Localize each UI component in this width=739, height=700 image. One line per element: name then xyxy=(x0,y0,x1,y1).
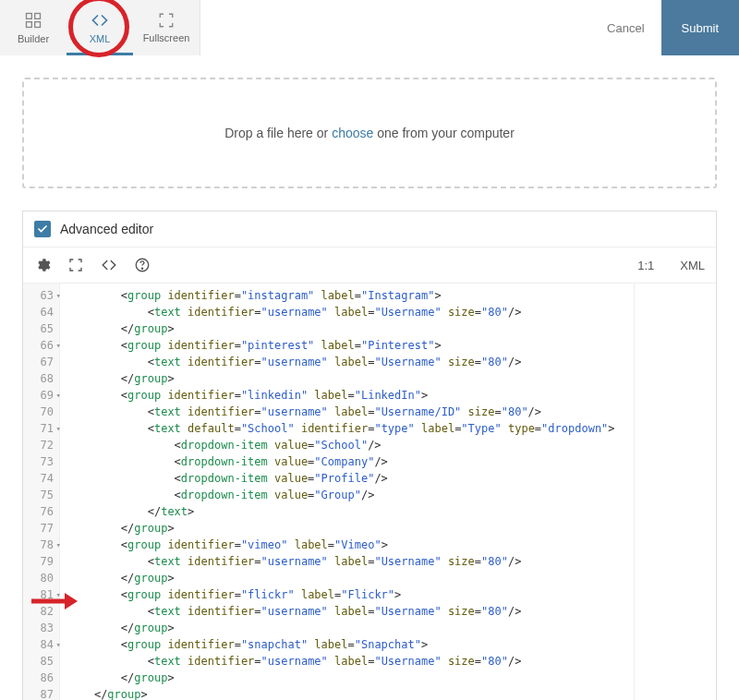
fold-toggle[interactable]: ▾ xyxy=(56,639,61,652)
code-editor[interactable]: 63▾646566▾676869▾7071▾72737475767778▾798… xyxy=(23,284,716,700)
code-line[interactable]: <text identifier="username" label="Usern… xyxy=(67,603,626,620)
line-number: 80 xyxy=(29,570,54,586)
fold-toggle[interactable]: ▾ xyxy=(56,423,61,436)
code-icon xyxy=(101,257,117,273)
advanced-editor-checkbox[interactable] xyxy=(34,221,51,237)
settings-button[interactable] xyxy=(34,257,51,273)
code-line[interactable]: </group> xyxy=(67,320,626,337)
line-number: 76 xyxy=(29,503,54,520)
advanced-editor-label: Advanced editor xyxy=(60,222,153,236)
line-number: 79 xyxy=(29,553,54,570)
editor-mode: XML xyxy=(680,259,705,272)
advanced-editor-row: Advanced editor xyxy=(23,211,716,247)
code-line[interactable]: <dropdown-item value="School"/> xyxy=(67,437,626,453)
line-number: 85 xyxy=(29,653,54,670)
builder-icon xyxy=(24,11,42,30)
svg-rect-2 xyxy=(27,22,32,28)
code-line[interactable]: <text identifier="username" label="Usern… xyxy=(67,304,626,320)
svg-rect-1 xyxy=(35,14,41,19)
line-number: 69▾ xyxy=(29,387,54,404)
fold-toggle[interactable]: ▾ xyxy=(56,340,61,353)
check-icon xyxy=(37,223,48,235)
help-button[interactable] xyxy=(134,257,151,273)
line-number: 65 xyxy=(29,320,54,337)
fold-toggle[interactable]: ▾ xyxy=(56,539,61,552)
line-number: 78▾ xyxy=(29,537,54,553)
code-line[interactable]: <group identifier="flickr" label="Flickr… xyxy=(67,586,626,603)
gear-icon xyxy=(34,257,51,273)
code-line[interactable]: <text default="School" identifier="type"… xyxy=(67,420,626,437)
cancel-button[interactable]: Cancel xyxy=(590,0,660,55)
line-number: 63▾ xyxy=(29,287,54,304)
line-number: 81▾ xyxy=(29,586,54,603)
line-number: 77 xyxy=(29,520,54,537)
line-number: 68 xyxy=(29,370,54,387)
code-line[interactable]: </group> xyxy=(67,370,626,387)
choose-link[interactable]: choose xyxy=(332,126,373,140)
code-line[interactable]: <group identifier="linkedin" label="Link… xyxy=(67,387,626,404)
code-line[interactable]: <group identifier="pinterest" label="Pin… xyxy=(67,337,626,354)
spacer xyxy=(200,0,590,55)
code-line[interactable]: </group> xyxy=(67,570,626,586)
dropzone-text-before: Drop a file here or xyxy=(224,126,332,140)
line-number: 84▾ xyxy=(29,636,54,653)
code-line[interactable]: <dropdown-item value="Profile"/> xyxy=(67,470,626,487)
fullscreen-icon xyxy=(68,258,83,272)
line-number: 82 xyxy=(29,603,54,620)
fold-toggle[interactable]: ▾ xyxy=(56,390,61,403)
svg-rect-0 xyxy=(27,14,32,19)
code-line[interactable]: <group identifier="vimeo" label="Vimeo"> xyxy=(67,537,626,553)
line-number: 74 xyxy=(29,470,54,487)
topbar: Builder XML Fullscreen Cancel Submit xyxy=(0,0,739,55)
code-line[interactable]: </group> xyxy=(67,620,626,636)
line-number: 86 xyxy=(29,670,54,686)
editor-toolbar: 1:1 XML xyxy=(23,247,716,284)
code-line[interactable]: <text identifier="username" label="Usern… xyxy=(67,354,626,370)
svg-rect-3 xyxy=(35,22,41,28)
code-line[interactable]: </text> xyxy=(67,503,626,520)
line-number: 75 xyxy=(29,487,54,503)
line-number: 64 xyxy=(29,304,54,320)
fullscreen-icon xyxy=(158,12,175,29)
code-line[interactable]: <group identifier="snapchat" label="Snap… xyxy=(67,636,626,653)
tab-fullscreen[interactable]: Fullscreen xyxy=(133,0,200,55)
expand-button[interactable] xyxy=(67,257,84,273)
code-line[interactable]: <text identifier="username" label="Usern… xyxy=(67,404,626,420)
line-number: 72 xyxy=(29,437,54,453)
code-line[interactable]: <text identifier="username" label="Usern… xyxy=(67,653,626,670)
tab-label: Builder xyxy=(18,33,49,44)
code-line[interactable]: </group> xyxy=(67,670,626,686)
main: Drop a file here or choose one from your… xyxy=(0,55,739,700)
code-line[interactable]: <dropdown-item value="Group"/> xyxy=(67,487,626,503)
line-number: 66▾ xyxy=(29,337,54,354)
svg-point-5 xyxy=(141,268,142,269)
code-icon xyxy=(91,11,109,30)
line-number: 73 xyxy=(29,453,54,470)
code-line[interactable]: </group> xyxy=(67,686,626,700)
code-line[interactable]: <group identifier="instagram" label="Ins… xyxy=(67,287,626,304)
editor-panel: Advanced editor 1:1 XML xyxy=(22,211,717,700)
line-number: 83 xyxy=(29,620,54,636)
dropzone-text-after: one from your computer xyxy=(373,126,515,140)
code-line[interactable]: </group> xyxy=(67,520,626,537)
submit-button[interactable]: Submit xyxy=(661,0,739,55)
line-number: 67 xyxy=(29,354,54,370)
line-number: 87 xyxy=(29,686,54,700)
line-number: 70 xyxy=(29,404,54,420)
topbar-tabs: Builder XML Fullscreen xyxy=(0,0,200,55)
tab-label: XML xyxy=(90,33,111,44)
line-number: 71▾ xyxy=(29,420,54,437)
help-icon xyxy=(134,257,151,273)
code-line[interactable]: <text identifier="username" label="Usern… xyxy=(67,553,626,570)
cursor-position: 1:1 xyxy=(637,259,654,272)
code-view-button[interactable] xyxy=(101,257,117,273)
tab-builder[interactable]: Builder xyxy=(0,0,67,55)
file-dropzone[interactable]: Drop a file here or choose one from your… xyxy=(22,78,717,188)
tab-xml[interactable]: XML xyxy=(67,0,133,55)
tab-label: Fullscreen xyxy=(143,32,190,43)
fold-toggle[interactable]: ▾ xyxy=(56,589,61,602)
code-line[interactable]: <dropdown-item value="Company"/> xyxy=(67,453,626,470)
fold-toggle[interactable]: ▾ xyxy=(56,290,61,303)
